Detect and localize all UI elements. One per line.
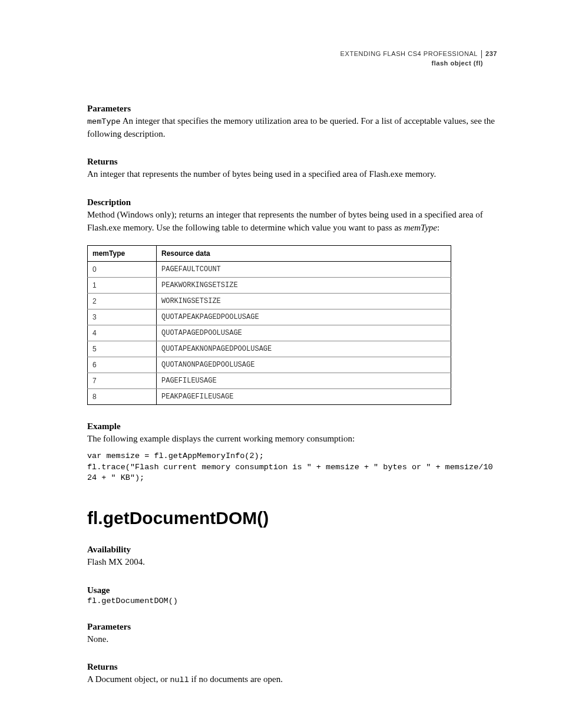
parameters-body: memType An integer that specifies the me… bbox=[87, 115, 497, 141]
table-header-resource: Resource data bbox=[157, 245, 451, 261]
header-divider bbox=[481, 50, 482, 58]
cell-memtype: 6 bbox=[88, 357, 157, 373]
param-description: An integer that specifies the memory uti… bbox=[87, 116, 495, 139]
table-row: 8PEAKPAGEFILEUSAGE bbox=[88, 388, 451, 404]
description-text-b: : bbox=[437, 223, 439, 232]
returns2-body: A Document object, or null if no documen… bbox=[87, 673, 497, 686]
example-code: var memsize = fl.getAppMemoryInfo(2); fl… bbox=[87, 451, 497, 483]
cell-memtype: 2 bbox=[88, 293, 157, 309]
cell-resource: QUOTANONPAGEDPOOLUSAGE bbox=[157, 357, 451, 373]
cell-memtype: 1 bbox=[88, 277, 157, 293]
parameters2-heading: Parameters bbox=[87, 622, 497, 632]
returns2-text-b: if no documents are open. bbox=[189, 674, 283, 684]
cell-resource: PAGEFAULTCOUNT bbox=[157, 261, 451, 277]
table-header-memtype: memType bbox=[88, 245, 157, 261]
memtype-table: memType Resource data 0PAGEFAULTCOUNT 1P… bbox=[87, 245, 451, 405]
cell-resource: QUOTAPAGEDPOOLUSAGE bbox=[157, 325, 451, 341]
returns2-null: null bbox=[170, 676, 189, 684]
table-row: 7PAGEFILEUSAGE bbox=[88, 373, 451, 388]
table-row: 5QUOTAPEAKNONPAGEDPOOLUSAGE bbox=[88, 341, 451, 357]
table-row: 4QUOTAPAGEDPOOLUSAGE bbox=[88, 325, 451, 341]
cell-resource: WORKINGSETSIZE bbox=[157, 293, 451, 309]
table-row: 6QUOTANONPAGEDPOOLUSAGE bbox=[88, 357, 451, 373]
table-header-row: memType Resource data bbox=[88, 245, 451, 261]
parameters-heading: Parameters bbox=[87, 104, 497, 114]
api-heading: fl.getDocumentDOM() bbox=[87, 508, 497, 528]
cell-memtype: 3 bbox=[88, 309, 157, 325]
returns-body: An integer that represents the number of… bbox=[87, 168, 497, 181]
cell-memtype: 8 bbox=[88, 388, 157, 404]
availability-body: Flash MX 2004. bbox=[87, 556, 497, 569]
cell-resource: QUOTAPEAKPAGEDPOOLUSAGE bbox=[157, 309, 451, 325]
cell-resource: QUOTAPEAKNONPAGEDPOOLUSAGE bbox=[157, 341, 451, 357]
table-row: 2WORKINGSETSIZE bbox=[88, 293, 451, 309]
doc-title: EXTENDING FLASH CS4 PROFESSIONAL bbox=[340, 50, 478, 58]
running-header: EXTENDING FLASH CS4 PROFESSIONAL 237 fla… bbox=[87, 50, 497, 68]
description-heading: Description bbox=[87, 197, 497, 207]
cell-resource: PEAKPAGEFILEUSAGE bbox=[157, 388, 451, 404]
availability-heading: Availability bbox=[87, 545, 497, 555]
usage-code: fl.getDocumentDOM() bbox=[87, 597, 497, 605]
page-number: 237 bbox=[485, 50, 497, 58]
cell-resource: PEAKWORKINGSETSIZE bbox=[157, 277, 451, 293]
example-intro: The following example displays the curre… bbox=[87, 433, 497, 446]
param-name: memType bbox=[87, 117, 121, 126]
description-memtype: memType bbox=[404, 223, 437, 232]
example-heading: Example bbox=[87, 421, 497, 431]
table-row: 1PEAKWORKINGSETSIZE bbox=[88, 277, 451, 293]
table-row: 3QUOTAPEAKPAGEDPOOLUSAGE bbox=[88, 309, 451, 325]
usage-heading: Usage bbox=[87, 585, 497, 595]
parameters2-body: None. bbox=[87, 633, 497, 646]
returns2-text-a: A Document object, or bbox=[87, 674, 170, 684]
returns-heading: Returns bbox=[87, 157, 497, 167]
section-name: flash object (fl) bbox=[87, 59, 497, 68]
page-content: EXTENDING FLASH CS4 PROFESSIONAL 237 fla… bbox=[0, 0, 562, 722]
description-body: Method (Windows only); returns an intege… bbox=[87, 209, 497, 235]
cell-memtype: 5 bbox=[88, 341, 157, 357]
cell-memtype: 4 bbox=[88, 325, 157, 341]
cell-memtype: 7 bbox=[88, 373, 157, 388]
returns2-heading: Returns bbox=[87, 662, 497, 672]
table-row: 0PAGEFAULTCOUNT bbox=[88, 261, 451, 277]
cell-resource: PAGEFILEUSAGE bbox=[157, 373, 451, 388]
cell-memtype: 0 bbox=[88, 261, 157, 277]
